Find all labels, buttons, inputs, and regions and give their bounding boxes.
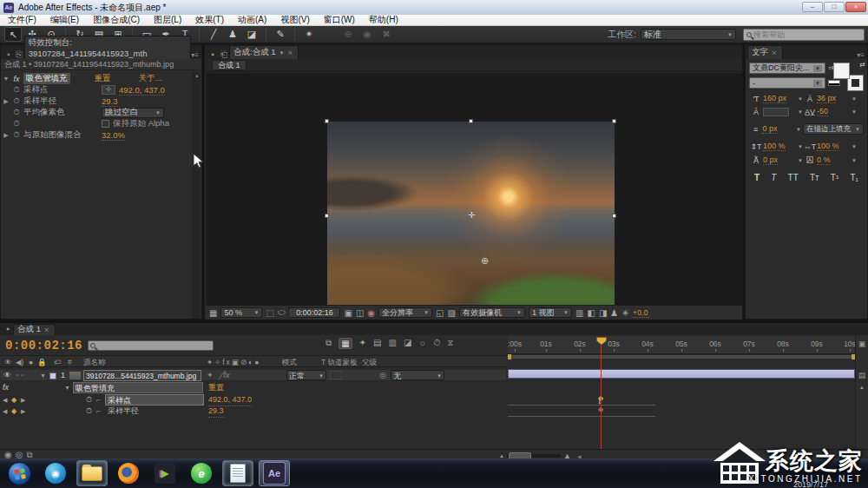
horizontal-scale-field[interactable]: 100 % ▼ bbox=[817, 142, 857, 151]
transparency-grid-icon[interactable]: ▨ bbox=[448, 308, 456, 318]
stopwatch-icon[interactable]: ⏱ bbox=[86, 394, 92, 406]
baseline-shift-field[interactable]: 0 px ▼ bbox=[763, 155, 803, 165]
menu-layer[interactable]: 图层(L) bbox=[154, 14, 181, 26]
prev-keyframe-icon[interactable]: ◀ bbox=[3, 394, 7, 406]
leading-value[interactable]: 36 px bbox=[817, 94, 836, 103]
average-pixel-dropdown[interactable]: 跳过空白 ▼ bbox=[102, 108, 164, 118]
layer-fx-icon[interactable]: ╱fx bbox=[219, 370, 229, 381]
stroke-fill-dropdown[interactable]: 在描边上填充 ▼ bbox=[803, 123, 864, 135]
stopwatch-icon[interactable]: ⏱ bbox=[86, 406, 92, 417]
tsume-field[interactable]: 0 % ▼ bbox=[817, 155, 857, 165]
tracking-value[interactable]: -50 bbox=[817, 107, 828, 116]
comp-flowchart-icon[interactable]: ▦ bbox=[339, 338, 352, 349]
taskbar-firefox[interactable] bbox=[113, 460, 144, 486]
menu-edit[interactable]: 编辑(E) bbox=[50, 14, 79, 26]
stopwatch-icon[interactable]: ⏱ bbox=[11, 108, 22, 117]
composition-viewer[interactable]: ✛ ⊕ bbox=[206, 73, 742, 305]
prev-keyframe-icon[interactable]: ◀ bbox=[3, 406, 7, 417]
help-search-box[interactable] bbox=[743, 29, 865, 41]
source-name-column[interactable]: 源名称 bbox=[83, 358, 106, 368]
brainstorm-icon[interactable]: ☼ bbox=[418, 338, 426, 349]
pixel-aspect-icon[interactable]: ▥ bbox=[575, 308, 583, 318]
draft-3d-icon[interactable]: ✦ bbox=[359, 338, 366, 349]
taskbar-notepad[interactable] bbox=[222, 460, 253, 486]
tab-timeline-comp[interactable]: 合成 1 × bbox=[13, 324, 56, 335]
font-family-dropdown[interactable]: 文鼎DC黄阳尖... ▼ bbox=[749, 63, 825, 74]
sample-radius-value[interactable]: 29.3 bbox=[102, 96, 118, 107]
stopwatch-icon[interactable]: ⏱ bbox=[11, 119, 22, 129]
twirl-down-icon[interactable]: ▼ bbox=[1, 76, 11, 82]
mask-visibility-icon[interactable]: ⬭ bbox=[278, 307, 286, 318]
effect-name[interactable]: 吸色管填充 bbox=[23, 73, 70, 84]
zoom-slider-track[interactable] bbox=[507, 454, 561, 458]
effect-panel-scrollbar[interactable]: ▲ bbox=[193, 71, 201, 319]
zoom-dropdown[interactable]: 50 % ▼ bbox=[220, 307, 262, 318]
selection-handle[interactable] bbox=[325, 214, 329, 218]
graph-editor-icon[interactable]: ⧖ bbox=[447, 338, 453, 349]
brush-tool-icon[interactable]: ╱ bbox=[205, 27, 222, 42]
twirl-down-icon[interactable]: ▼ bbox=[40, 370, 46, 381]
help-search-input[interactable] bbox=[753, 30, 849, 39]
close-button[interactable]: × bbox=[845, 2, 866, 12]
camera-strip-icon[interactable]: ▤ bbox=[856, 371, 868, 379]
tab-character[interactable]: 文字 × bbox=[747, 45, 783, 59]
maximize-button[interactable]: □ bbox=[824, 2, 845, 12]
roto-brush-tool-icon[interactable]: ✎ bbox=[272, 27, 289, 42]
font-size-field[interactable]: 160 px ▼ bbox=[763, 94, 803, 103]
workspace-dropdown[interactable]: 标准 ▼ bbox=[641, 29, 736, 40]
timeline-button-icon[interactable]: ◨ bbox=[599, 308, 607, 318]
auto-keyframe-icon[interactable]: ⏱ bbox=[434, 338, 441, 349]
stopwatch-icon[interactable]: ⏱ bbox=[11, 85, 22, 95]
property-label[interactable]: 采样半径 bbox=[22, 96, 102, 107]
subscript-button[interactable]: T₁ bbox=[850, 173, 858, 182]
menu-view[interactable]: 视图(V) bbox=[280, 14, 309, 26]
blend-mode-dropdown[interactable]: 正常▼ bbox=[286, 370, 326, 380]
region-of-interest-icon[interactable]: ◱ bbox=[436, 308, 444, 318]
sample-point-value[interactable]: 492.0, 437.0 bbox=[119, 85, 165, 96]
menu-help[interactable]: 帮助(H) bbox=[369, 14, 398, 26]
close-tab-icon[interactable]: × bbox=[44, 325, 49, 334]
show-snapshot-icon[interactable]: ◫ bbox=[356, 308, 364, 318]
small-caps-button[interactable]: Tт bbox=[810, 173, 819, 182]
mode-column[interactable]: 模式 bbox=[282, 358, 297, 368]
menu-window[interactable]: 窗口(W) bbox=[324, 14, 355, 26]
timeline-effect-name[interactable]: 吸色管填充 bbox=[73, 382, 203, 393]
twirl-right-icon[interactable]: ▶ bbox=[1, 98, 11, 105]
taskbar-potplayer[interactable]: ▶ bbox=[149, 460, 181, 486]
taskbar-green-browser[interactable]: e bbox=[186, 460, 217, 486]
motion-blur-icon[interactable]: ◪ bbox=[404, 338, 411, 349]
parent-column[interactable]: 父级 bbox=[362, 358, 377, 368]
menu-file[interactable]: 文件(F) bbox=[8, 14, 36, 26]
flowchart-icon[interactable]: ♟ bbox=[610, 308, 618, 318]
eraser-tool-icon[interactable]: ◪ bbox=[243, 27, 260, 42]
selection-handle[interactable] bbox=[325, 119, 329, 123]
menu-effect[interactable]: 效果(T) bbox=[195, 14, 224, 26]
effect-about-link[interactable]: 关于... bbox=[139, 73, 162, 84]
selection-handle[interactable] bbox=[612, 119, 616, 123]
stroke-width-field[interactable]: 0 px ▼ bbox=[762, 124, 801, 134]
stopwatch-icon[interactable]: ⏱ bbox=[11, 96, 22, 106]
comp-timecode[interactable]: 0:00:02:16 bbox=[288, 307, 340, 318]
comp-shy-icon[interactable]: ⧉ bbox=[326, 338, 332, 349]
horizontal-scale-value[interactable]: 100 % bbox=[817, 142, 839, 151]
selection-tool-icon[interactable]: ↖ bbox=[4, 27, 22, 42]
layer-duration-bar[interactable] bbox=[508, 369, 855, 379]
next-keyframe-icon[interactable]: ▶ bbox=[21, 394, 25, 406]
timeline-prop-label[interactable]: 采样点 bbox=[105, 394, 204, 406]
track-matte-column[interactable]: T 轨道蒙板 bbox=[321, 358, 357, 368]
vertical-scale-value[interactable]: 100 % bbox=[763, 142, 786, 151]
fast-preview-icon[interactable]: ◧ bbox=[587, 308, 595, 318]
panel-menu-icon[interactable]: ▾≡ bbox=[191, 51, 201, 59]
property-label[interactable]: 采样点 bbox=[22, 84, 102, 96]
checkbox-icon[interactable] bbox=[102, 120, 109, 128]
snapshot-icon[interactable]: ▣ bbox=[344, 308, 352, 318]
work-area-bar[interactable] bbox=[508, 354, 855, 359]
fill-color-swatch[interactable] bbox=[833, 63, 850, 79]
tsume-value[interactable]: 0 % bbox=[817, 155, 831, 165]
anchor-point-icon[interactable]: ✛ bbox=[468, 210, 475, 220]
font-style-dropdown[interactable]: - ▼ bbox=[749, 77, 825, 89]
parent-pickwhip-icon[interactable]: ◎ bbox=[379, 370, 386, 381]
resolution-dropdown[interactable]: 全分辨率 ▼ bbox=[378, 307, 432, 318]
frame-blending-icon[interactable]: ▥ bbox=[388, 338, 396, 349]
effect-reset-link[interactable]: 重置 bbox=[95, 73, 111, 84]
